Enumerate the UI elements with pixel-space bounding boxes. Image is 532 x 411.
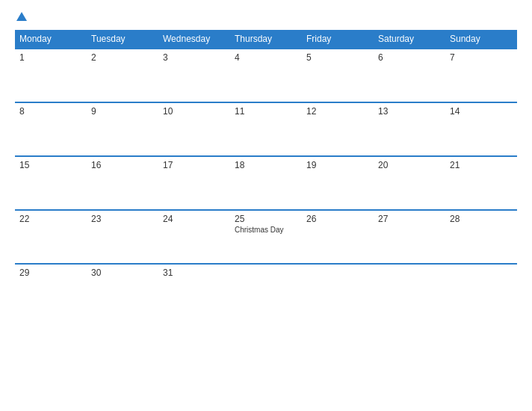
calendar-cell: 22 (15, 210, 87, 264)
day-number: 27 (378, 214, 441, 224)
calendar-cell: 4 (230, 49, 302, 102)
day-number: 24 (163, 214, 226, 224)
header (15, 13, 517, 22)
calendar-cell: 27 (374, 210, 445, 264)
weekday-wednesday: Wednesday (158, 30, 230, 49)
day-number: 4 (235, 52, 297, 63)
calendar-cell: 24 (158, 210, 230, 264)
calendar-cell (445, 264, 517, 318)
week-row-4: 22232425Christmas Day262728 (15, 210, 517, 264)
calendar-cell (230, 264, 302, 318)
calendar-cell: 29 (15, 264, 87, 318)
day-number: 7 (450, 52, 513, 63)
calendar-cell: 10 (158, 102, 230, 156)
calendar-cell: 21 (445, 156, 517, 210)
calendar-cell: 6 (374, 49, 445, 102)
calendar-page: MondayTuesdayWednesdayThursdayFridaySatu… (0, 0, 532, 411)
day-number: 22 (19, 214, 82, 224)
day-number: 21 (450, 160, 513, 170)
calendar-cell: 17 (158, 156, 230, 210)
day-number: 12 (306, 106, 369, 117)
day-number: 1 (19, 52, 82, 63)
calendar-cell: 23 (87, 210, 158, 264)
calendar-cell: 20 (374, 156, 445, 210)
calendar-cell (374, 264, 445, 318)
day-number: 25 (235, 214, 297, 224)
week-row-1: 1234567 (15, 49, 517, 102)
week-row-3: 15161718192021 (15, 156, 517, 210)
calendar-cell: 14 (445, 102, 517, 156)
calendar-cell: 28 (445, 210, 517, 264)
weekday-sunday: Sunday (445, 30, 517, 49)
calendar-cell: 15 (15, 156, 87, 210)
calendar-cell: 11 (230, 102, 302, 156)
day-number: 31 (163, 268, 226, 278)
week-row-5: 293031 (15, 264, 517, 318)
day-number: 30 (91, 268, 154, 278)
calendar-cell: 26 (302, 210, 374, 264)
calendar-cell: 8 (15, 102, 87, 156)
calendar-cell: 2 (87, 49, 158, 102)
calendar-cell: 3 (158, 49, 230, 102)
day-number: 10 (163, 106, 226, 117)
day-number: 19 (306, 160, 369, 170)
calendar-cell: 30 (87, 264, 158, 318)
day-number: 16 (91, 160, 154, 170)
logo-triangle-icon (16, 12, 27, 21)
calendar-cell: 31 (158, 264, 230, 318)
calendar-cell: 18 (230, 156, 302, 210)
day-number: 15 (19, 160, 82, 170)
calendar-cell: 19 (302, 156, 374, 210)
calendar-cell: 1 (15, 49, 87, 102)
day-number: 17 (163, 160, 226, 170)
calendar-cell: 13 (374, 102, 445, 156)
day-number: 13 (378, 106, 441, 117)
weekday-friday: Friday (302, 30, 374, 49)
week-row-2: 891011121314 (15, 102, 517, 156)
calendar-cell: 7 (445, 49, 517, 102)
day-number: 3 (163, 52, 226, 63)
calendar-cell: 25Christmas Day (230, 210, 302, 264)
weekday-tuesday: Tuesday (87, 30, 158, 49)
day-number: 2 (91, 52, 154, 63)
day-number: 5 (306, 52, 369, 63)
day-number: 6 (378, 52, 441, 63)
day-number: 29 (19, 268, 82, 278)
day-number: 8 (19, 106, 82, 117)
calendar-table: MondayTuesdayWednesdayThursdayFridaySatu… (15, 30, 517, 318)
calendar-cell: 9 (87, 102, 158, 156)
calendar-cell: 12 (302, 102, 374, 156)
day-number: 26 (306, 214, 369, 224)
day-number: 18 (235, 160, 297, 170)
day-number: 14 (450, 106, 513, 117)
day-number: 20 (378, 160, 441, 170)
day-number: 23 (91, 214, 154, 224)
day-number: 28 (450, 214, 513, 224)
logo (15, 13, 27, 22)
calendar-cell (302, 264, 374, 318)
day-number: 11 (235, 106, 297, 117)
holiday-label: Christmas Day (235, 226, 297, 234)
weekday-monday: Monday (15, 30, 87, 49)
weekday-thursday: Thursday (230, 30, 302, 49)
calendar-cell: 16 (87, 156, 158, 210)
weekday-header-row: MondayTuesdayWednesdayThursdayFridaySatu… (15, 30, 517, 49)
calendar-cell: 5 (302, 49, 374, 102)
weekday-saturday: Saturday (374, 30, 445, 49)
day-number: 9 (91, 106, 154, 117)
